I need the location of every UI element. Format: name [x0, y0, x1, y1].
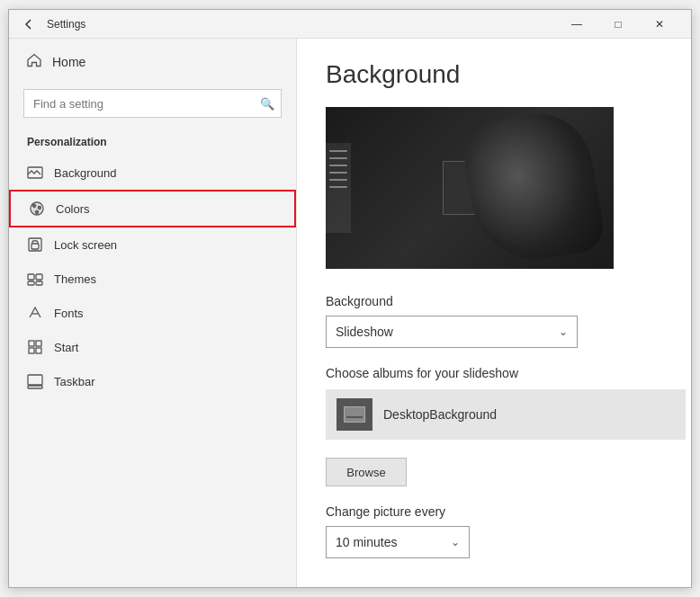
svg-rect-12 [36, 341, 41, 346]
start-icon [27, 339, 43, 355]
lock-screen-icon [27, 236, 43, 253]
search-input[interactable] [23, 89, 282, 118]
dropdown-arrow-icon: ⌄ [559, 325, 568, 338]
svg-rect-15 [28, 375, 42, 385]
fonts-icon [27, 305, 43, 321]
svg-rect-14 [36, 348, 41, 353]
svg-rect-16 [28, 386, 42, 388]
sidebar-item-home[interactable]: Home [9, 39, 296, 85]
svg-point-3 [39, 207, 41, 209]
change-picture-group: Change picture every 10 minutes ⌄ [326, 504, 662, 558]
taskbar-line-1 [329, 150, 347, 152]
background-icon [27, 165, 43, 181]
svg-point-4 [36, 211, 39, 214]
sidebar-item-colors[interactable]: Colors [9, 190, 296, 227]
svg-rect-9 [28, 281, 34, 285]
svg-rect-13 [29, 348, 34, 353]
background-setting-label: Background [326, 294, 662, 308]
taskbar-line-4 [329, 172, 347, 174]
preview-object [458, 107, 607, 269]
preview-image: Aa [326, 107, 614, 269]
window-title: Settings [47, 18, 556, 31]
home-icon [27, 53, 41, 71]
album-thumb-inner [344, 406, 365, 423]
background-dropdown[interactable]: Slideshow ⌄ [326, 316, 578, 348]
album-thumb [337, 398, 372, 431]
background-setting-group: Background Slideshow ⌄ [326, 294, 662, 348]
change-picture-dropdown[interactable]: 10 minutes ⌄ [326, 526, 470, 558]
albums-label: Choose albums for your slideshow [326, 366, 662, 380]
change-value: 10 minutes [336, 535, 451, 549]
sidebar-item-themes-label: Themes [54, 272, 96, 286]
back-button[interactable] [20, 15, 38, 33]
main-content: Background [297, 39, 691, 587]
svg-rect-8 [36, 274, 42, 280]
home-label: Home [52, 55, 85, 69]
album-thumb-line [346, 416, 363, 418]
sidebar-item-fonts[interactable]: Fonts [9, 296, 296, 330]
sidebar-item-background[interactable]: Background [9, 156, 296, 190]
taskbar-line-3 [329, 165, 347, 166]
close-button[interactable]: ✕ [639, 10, 680, 39]
svg-rect-10 [36, 281, 42, 285]
sidebar-item-lock-label: Lock screen [54, 238, 117, 252]
sidebar-item-start[interactable]: Start [9, 330, 296, 364]
sidebar-item-taskbar[interactable]: Taskbar [9, 364, 296, 398]
change-dropdown-arrow: ⌄ [451, 536, 460, 548]
search-icon: 🔍 [260, 97, 274, 111]
sidebar-search: 🔍 [23, 89, 282, 118]
taskbar-icon [27, 373, 43, 389]
dropdown-value: Slideshow [336, 325, 559, 339]
albums-setting-group: Choose albums for your slideshow Desktop… [326, 366, 662, 440]
browse-button[interactable]: Browse [326, 458, 407, 486]
change-picture-label: Change picture every [326, 504, 662, 519]
minimize-button[interactable]: — [556, 10, 597, 39]
sidebar-item-themes[interactable]: Themes [9, 262, 296, 296]
preview-taskbar [326, 143, 351, 233]
sidebar-item-fonts-label: Fonts [54, 307, 84, 320]
preview-desktop: Aa [326, 107, 614, 269]
sidebar-item-lock-screen[interactable]: Lock screen [9, 227, 296, 262]
themes-icon [27, 271, 43, 287]
svg-rect-7 [28, 274, 34, 280]
taskbar-line-2 [329, 157, 347, 159]
sidebar-item-background-label: Background [54, 166, 116, 180]
taskbar-line-6 [329, 186, 347, 188]
sidebar-item-start-label: Start [54, 341, 78, 354]
sidebar-item-taskbar-label: Taskbar [54, 375, 95, 388]
sidebar: Home 🔍 Personalization Background [9, 39, 297, 587]
svg-rect-11 [29, 341, 34, 346]
album-name: DesktopBackground [383, 407, 497, 422]
sidebar-section-title: Personalization [9, 132, 296, 156]
svg-point-2 [33, 205, 36, 208]
svg-rect-6 [31, 244, 39, 249]
maximize-button[interactable]: □ [597, 10, 639, 39]
content-area: Home 🔍 Personalization Background [9, 39, 691, 587]
titlebar: Settings — □ ✕ [9, 10, 691, 39]
taskbar-line-5 [329, 179, 347, 181]
browse-label: Browse [346, 466, 385, 479]
colors-icon [29, 200, 45, 217]
settings-window: Settings — □ ✕ Home 🔍 [8, 9, 692, 588]
window-controls: — □ ✕ [556, 10, 680, 39]
page-title: Background [326, 60, 662, 89]
album-item[interactable]: DesktopBackground [326, 389, 686, 440]
sidebar-item-colors-label: Colors [56, 202, 90, 216]
